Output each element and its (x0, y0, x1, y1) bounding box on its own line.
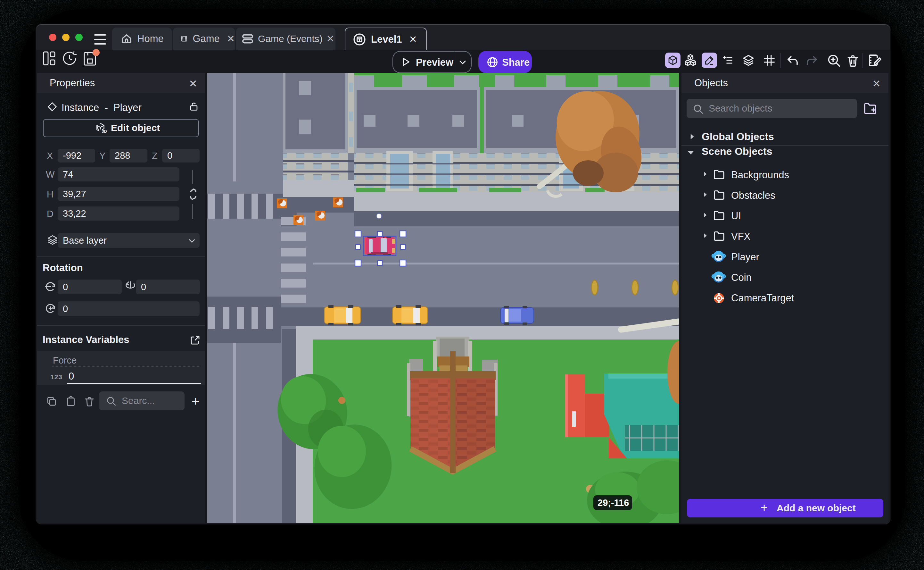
svg-text:29;-116: 29;-116 (597, 498, 629, 508)
svg-text:3D: 3D (102, 129, 107, 134)
